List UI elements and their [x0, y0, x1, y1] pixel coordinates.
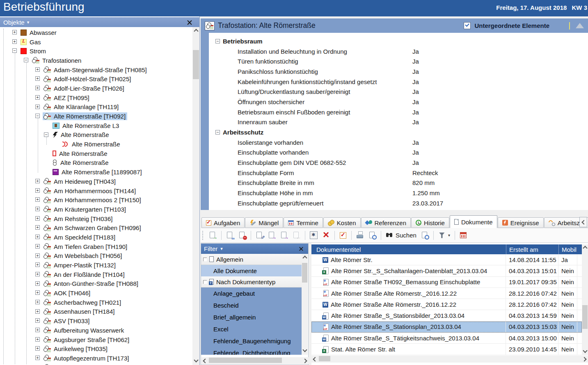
tree-item[interactable]: + Alte Kläranlage [TH119]: [0, 103, 192, 112]
scroll-down-icon[interactable]: [583, 348, 587, 353]
tree-expander[interactable]: +: [35, 244, 40, 249]
filter-entry[interactable]: Anlage_gebaut: [201, 287, 302, 299]
tree-item[interactable]: + Am Webelsbach [TH056]: [0, 251, 192, 261]
tree-expander[interactable]: +: [35, 318, 40, 323]
tree-item[interactable]: + Am Kräutergarten [TH103]: [0, 205, 192, 214]
delete-button[interactable]: [321, 230, 331, 240]
group-expander[interactable]: −: [215, 130, 220, 135]
filter-button[interactable]: ▾: [437, 230, 451, 240]
edit-document-button[interactable]: [254, 230, 265, 240]
import-document-button[interactable]: [291, 230, 302, 240]
tree-expander[interactable]: +: [35, 225, 40, 230]
document-row[interactable]: Alte Römer Straße_S_Tätigkeitsnachweis_2…: [311, 333, 582, 344]
scroll-up-icon[interactable]: [583, 246, 587, 250]
tree-expander[interactable]: −: [12, 48, 17, 53]
scrollbar-thumb[interactable]: [302, 263, 307, 283]
scrollbar-thumb[interactable]: [209, 358, 282, 363]
property-row[interactable]: Isolierstange vorhanden Ja: [209, 137, 588, 148]
tree-item[interactable]: + An der Floßlände [TH104]: [0, 270, 192, 279]
scroll-up-icon[interactable]: [302, 256, 307, 260]
tree-item[interactable]: + Adam-Stegerwald-Straße [TH085]: [0, 65, 192, 75]
property-row[interactable]: Einschubplatte Breite in mm 820 mm: [209, 178, 588, 188]
tree-expander[interactable]: +: [35, 281, 40, 286]
tree-expander[interactable]: +: [35, 300, 40, 304]
tree-expander[interactable]: +: [35, 95, 40, 100]
tree-item[interactable]: + AEZ [TH095]: [0, 93, 192, 103]
documents-tab[interactable]: Dokumente: [450, 215, 497, 228]
tree-item[interactable]: − Trafostationen: [0, 56, 192, 65]
tree-expander[interactable]: −: [35, 114, 40, 118]
scroll-right-icon[interactable]: [302, 358, 307, 363]
tree-expander[interactable]: +: [35, 67, 40, 72]
tree-expander[interactable]: −: [24, 58, 28, 62]
tree-expander[interactable]: −: [44, 132, 48, 137]
events-tab[interactable]: Ereignisse: [498, 217, 544, 228]
subelements-checkbox[interactable]: [464, 22, 471, 29]
property-row[interactable]: Innenraum sauber Ja: [209, 117, 588, 128]
property-row[interactable]: Kabeleinführungen funktionstüchtig/insta…: [209, 77, 588, 87]
tree-item[interactable]: + Am Tiefen Graben [TH190]: [0, 242, 192, 251]
group-expander[interactable]: −: [215, 39, 220, 43]
tree-item[interactable]: + Augsburger Straße [TH062]: [0, 335, 192, 344]
filter-horizontal-scrollbar[interactable]: [201, 357, 309, 364]
tree-expander[interactable]: +: [35, 86, 40, 90]
new-document-button[interactable]: [208, 230, 218, 240]
print-preview-button[interactable]: [367, 230, 378, 240]
defects-tab[interactable]: Mängel: [245, 217, 283, 228]
filter-vertical-scrollbar[interactable]: [302, 254, 308, 355]
property-row[interactable]: Panikschloss funktionstüchtig Ja: [209, 66, 588, 77]
tree-item[interactable]: Alte Römerstraße [11899087]: [0, 167, 192, 177]
tab-scroll-left-button[interactable]: [579, 217, 587, 227]
scroll-down-icon[interactable]: [302, 347, 307, 352]
close-objects-panel-button[interactable]: [187, 20, 192, 25]
tree-expander[interactable]: +: [35, 197, 40, 202]
property-row[interactable]: Einschubplatte Höhe in mm 1.250 mm: [209, 188, 588, 198]
property-row[interactable]: Türen funktionstüchtig Ja: [209, 56, 588, 66]
tree-item[interactable]: + Gas: [0, 37, 192, 47]
documents-vertical-scrollbar[interactable]: [582, 244, 588, 355]
tree-item[interactable]: + Adolf-Lier-Straße [TH026]: [0, 84, 192, 93]
scroll-down-icon[interactable]: [194, 358, 198, 362]
tree-item[interactable]: − Alte Römerstraße [TH092]: [0, 112, 192, 121]
document-row[interactable]: Alte Römer Str._S_Schaltanlagen-Datenbla…: [311, 265, 582, 276]
tree-expander[interactable]: +: [35, 337, 40, 342]
filter-entry[interactable]: Allgemein: [201, 254, 302, 265]
column-header-created[interactable]: Erstellt am: [506, 244, 558, 254]
tree-item[interactable]: + Ascherbachweg [TH021]: [0, 298, 192, 307]
tasks-tab[interactable]: Aufgaben: [201, 217, 245, 228]
close-filter-panel-button[interactable]: [299, 246, 303, 251]
export-document-copy-button[interactable]: [279, 230, 289, 240]
filter-group-checkbox[interactable]: [203, 280, 207, 284]
filter-entry[interactable]: Fehlende_Dichtheitsprüfung: [201, 347, 302, 355]
property-row[interactable]: Öffnungen stochersicher Ja: [209, 97, 588, 107]
tree-item[interactable]: Alte Römerstraße: [0, 149, 192, 158]
tree-expander[interactable]: +: [35, 235, 40, 239]
property-row[interactable]: Lüftung/Druckentlastung sauber/gereinigt…: [209, 87, 588, 97]
tree-item[interactable]: + Aurikelweg [TH035]: [0, 344, 192, 354]
scrollbar-thumb[interactable]: [193, 50, 199, 79]
references-tab[interactable]: Referenzen: [361, 217, 411, 228]
scroll-right-icon[interactable]: [582, 357, 586, 361]
property-row[interactable]: Einschubplatte vorhanden Ja: [209, 148, 588, 158]
export-document-button[interactable]: [267, 230, 277, 240]
remove-document-button[interactable]: [237, 230, 247, 240]
tree-expander[interactable]: +: [35, 105, 40, 109]
tree-item[interactable]: + ASV [TH033]: [0, 316, 192, 326]
property-row[interactable]: − Betriebsraum: [209, 36, 588, 46]
filter-entry[interactable]: Alle Dokumente: [201, 265, 302, 276]
property-row[interactable]: Einschubplatte geprüft/erneuert 23.03.20…: [209, 198, 588, 208]
property-row[interactable]: Installation und Beleuchtung in Ordnung …: [209, 46, 588, 57]
tree-item[interactable]: + Autopflegezentrum [TH173]: [0, 354, 192, 363]
tree-item[interactable]: + Am Speckfeld [TH183]: [0, 233, 192, 242]
property-row[interactable]: Einschubplatte Form Rechteck: [209, 168, 588, 178]
scroll-left-icon[interactable]: [203, 358, 207, 363]
tree-item[interactable]: + Am Rehsteig [TH036]: [0, 214, 192, 224]
print-button[interactable]: [355, 230, 365, 240]
tree-expander[interactable]: +: [35, 179, 40, 183]
tree-item[interactable]: − Alte Römerstraße: [0, 130, 192, 140]
document-search-button[interactable]: [420, 230, 430, 240]
objects-dropdown[interactable]: Objekte: [3, 19, 25, 26]
tree-expander[interactable]: +: [35, 272, 40, 276]
tree-expander[interactable]: +: [35, 262, 40, 267]
document-row[interactable]: pdf Alte Römer Straße TH092_Bemassung Ei…: [311, 277, 582, 288]
